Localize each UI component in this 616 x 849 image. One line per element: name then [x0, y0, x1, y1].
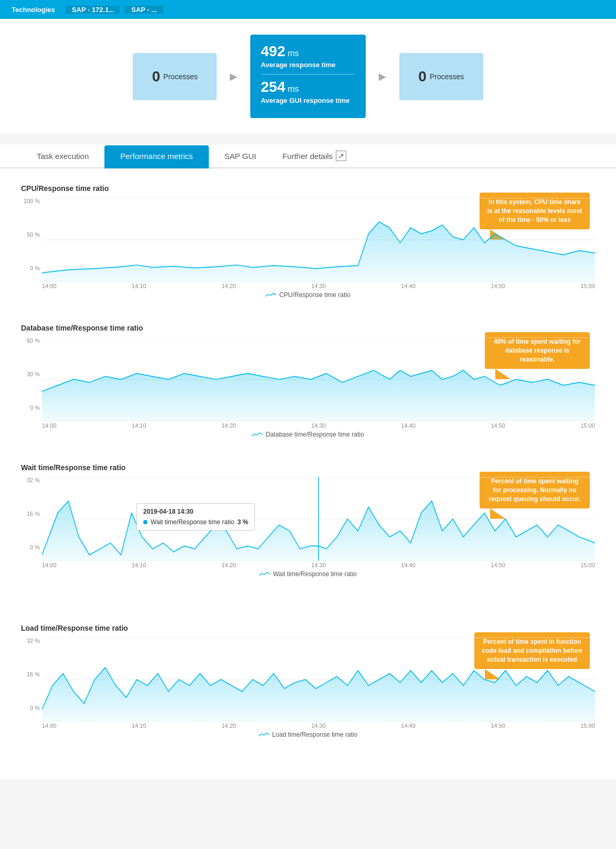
wait-legend-icon — [259, 571, 270, 577]
wait-chart-section: Wait time/Response time ratio Percent of… — [21, 463, 595, 603]
wait-chart-wrapper: Percent of time spent waiting for proces… — [21, 477, 595, 603]
load-x-axis: 14:00 14:10 14:20 14:30 14:40 14:50 15:0… — [21, 723, 595, 729]
avg-gui-metric: 254 ms Average GUI response time — [261, 79, 355, 104]
wait-chart-title: Wait time/Response time ratio — [21, 463, 595, 472]
breadcrumb: Technologies SAP - 172.1... SAP - ... — [0, 0, 616, 19]
flow-left-box: 0 Processes — [133, 53, 217, 100]
db-svg — [42, 337, 595, 421]
db-y-labels: 60 % 30 % 0 % — [21, 337, 40, 411]
cpu-chart-section: CPU/Response time ratio In this system, … — [21, 184, 595, 303]
db-chart-inner: 60 % 30 % 0 % — [21, 337, 595, 421]
load-chart-section: Load time/Response time ratio Percent of… — [21, 624, 595, 742]
wait-hover-tooltip: 2019-04-18 14:30 Wait time/Response time… — [136, 503, 255, 530]
wait-chart-inner: 32 % 16 % 0 % 2019-04-18 14:30 Wait time… — [21, 477, 595, 561]
db-chart-section: Database time/Response time ratio 40% of… — [21, 324, 595, 442]
flow-main-box: 492 ms Average response time 254 ms Aver… — [250, 35, 366, 118]
load-legend-icon — [259, 732, 269, 737]
load-legend: Load time/Response time ratio — [21, 731, 595, 738]
cpu-y-labels: 100 % 50 % 0 % — [21, 198, 40, 271]
flow-arrow-left: ► — [227, 69, 240, 84]
cpu-chart-wrapper: In this system, CPU time share is at the… — [21, 198, 595, 303]
wait-svg — [42, 477, 595, 561]
db-legend-icon — [252, 432, 262, 437]
breadcrumb-item-technologies[interactable]: Technologies — [5, 6, 61, 14]
hover-dot — [143, 520, 147, 524]
tab-task-execution[interactable]: Task execution — [21, 145, 104, 168]
cpu-x-axis: 14:00 14:10 14:20 14:30 14:40 14:50 15:0… — [21, 283, 595, 289]
wait-y-labels: 32 % 16 % 0 % — [21, 477, 40, 550]
tab-performance-metrics[interactable]: Performance metrics — [104, 145, 208, 168]
flow-section: 0 Processes ► 492 ms Average response ti… — [0, 19, 616, 134]
db-x-axis: 14:00 14:10 14:20 14:30 14:40 14:50 15:0… — [21, 422, 595, 429]
load-y-labels: 32 % 16 % 0 % — [21, 638, 40, 711]
cpu-svg — [42, 198, 595, 282]
db-legend: Database time/Response time ratio — [21, 431, 595, 438]
db-chart-title: Database time/Response time ratio — [21, 324, 595, 332]
flow-right-box: 0 Processes — [399, 53, 483, 100]
load-chart-inner: 32 % 16 % 0 % — [21, 638, 595, 721]
cpu-legend-icon — [265, 292, 276, 298]
external-link-icon: ↗ — [336, 151, 346, 161]
charts-area: CPU/Response time ratio In this system, … — [0, 168, 616, 779]
wait-legend: Wait time/Response time ratio — [21, 570, 595, 578]
tab-sap-gui[interactable]: SAP GUI — [209, 145, 272, 168]
cpu-legend: CPU/Response time ratio — [21, 291, 595, 299]
avg-response-metric: 492 ms Average response time — [261, 43, 355, 69]
load-chart-title: Load time/Response time ratio — [21, 624, 595, 632]
cpu-chart-inner: 100 % 50 % 0 % — [21, 198, 595, 282]
breadcrumb-item-sap-instance[interactable]: SAP - ... — [125, 6, 163, 14]
flow-arrow-right: ► — [376, 69, 389, 84]
load-chart-wrapper: Percent of time spent in function code l… — [21, 638, 595, 742]
wait-x-axis: 14:00 14:10 14:20 14:30 14:40 14:50 15:0… — [21, 562, 595, 568]
tabs-section: Task execution Performance metrics SAP G… — [0, 144, 616, 168]
db-chart-wrapper: 40% of time spent waiting for database r… — [21, 337, 595, 442]
tab-further-details[interactable]: Further details ↗ — [272, 144, 357, 167]
breadcrumb-item-sap-host[interactable]: SAP - 172.1... — [66, 6, 121, 14]
load-svg — [42, 638, 595, 721]
cpu-chart-title: CPU/Response time ratio — [21, 184, 595, 193]
